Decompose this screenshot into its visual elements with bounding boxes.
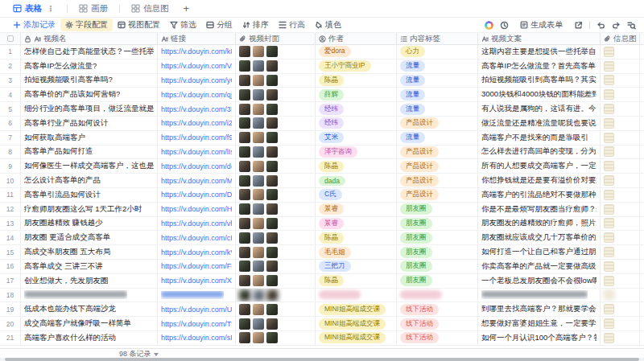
video-cover-thumbnail[interactable] xyxy=(253,104,264,115)
info-image-cell[interactable] xyxy=(601,159,640,173)
info-image-thumbnail[interactable] xyxy=(604,47,614,57)
link-cell[interactable]: https://v.douyin.com/sF... xyxy=(158,331,236,345)
view-tab-infographic[interactable]: 信息图 xyxy=(125,0,175,18)
video-cover-cell[interactable] xyxy=(236,274,316,288)
table-row[interactable]: 20 成交高端客户就像呼吸一样简单 https://v.douyin.com/T… xyxy=(0,317,644,331)
video-copy-cell[interactable]: 你是不是最烦写朋友圈当疗愈师？最让你崩... xyxy=(478,203,601,216)
column-header-video-copy[interactable]: 视频文案 xyxy=(478,33,601,44)
info-image-thumbnail[interactable] xyxy=(604,146,614,157)
row-number-cell[interactable]: 7 xyxy=(0,131,21,145)
link-cell[interactable]: https://v.douyin.com/kV... xyxy=(158,245,236,259)
video-cover-thumbnail[interactable] xyxy=(253,132,264,143)
video-cover-cell[interactable] xyxy=(236,231,316,244)
video-cover-cell[interactable] xyxy=(236,74,316,88)
row-number-cell[interactable]: 17 xyxy=(0,274,21,288)
video-cover-thumbnail[interactable] xyxy=(239,117,250,129)
author-cell[interactable]: 三把刀 xyxy=(316,260,397,273)
content-tag-cell[interactable]: 朋友圈 xyxy=(397,231,478,244)
info-image-cell[interactable] xyxy=(601,174,640,187)
video-link[interactable]: https://v.douyin.com/f9... xyxy=(161,133,232,142)
video-cover-thumbnail[interactable] xyxy=(266,247,278,258)
content-tag-cell[interactable]: 流量 xyxy=(397,88,478,101)
video-copy-cell[interactable]: 到哪里去找高端客户？那就要学会做沙龙活... xyxy=(478,302,601,316)
video-cover-thumbnail[interactable] xyxy=(266,289,278,301)
info-image-cell[interactable] xyxy=(601,317,640,330)
video-copy-cell[interactable]: 你想挣钱就是还是要有溢价价对要意人... xyxy=(478,174,601,187)
row-number-cell[interactable]: 21 xyxy=(0,331,21,345)
content-tag-cell[interactable]: 朋友圈 xyxy=(397,217,478,231)
table-row[interactable]: 12 疗愈师朋友圈这么写 1天工作2小时 https://v.douyin.co… xyxy=(0,203,644,217)
author-cell[interactable]: 陈晶 xyxy=(316,74,397,88)
video-cover-thumbnail[interactable] xyxy=(239,104,250,115)
content-tag-pill[interactable]: 流量 xyxy=(400,75,425,86)
row-number-cell[interactable]: 12 xyxy=(0,203,21,216)
video-cover-thumbnail[interactable] xyxy=(253,289,264,301)
row-number-cell[interactable]: 8 xyxy=(0,146,21,159)
video-cover-cell[interactable] xyxy=(236,331,316,345)
video-cover-thumbnail[interactable] xyxy=(253,117,264,129)
author-pill[interactable]: 景睿 xyxy=(319,218,344,229)
video-cover-cell[interactable] xyxy=(236,203,316,216)
video-link[interactable]: https://v.douyin.com/do... xyxy=(161,162,232,170)
author-cell[interactable]: 薛辉 xyxy=(316,88,397,101)
info-image-cell[interactable] xyxy=(601,203,640,216)
table-row[interactable]: 21 高端客户喜欢什么样的活动 https://v.douyin.com/sF.… xyxy=(0,331,644,346)
video-name-cell[interactable]: 如何像医生一样成交高端客户，这也是我们的... xyxy=(21,159,158,173)
video-cover-cell[interactable] xyxy=(236,260,316,273)
video-name-cell[interactable]: 高客单行业产品如何设计 xyxy=(21,117,158,130)
video-link[interactable]: https://v.douyin.com/lIs... xyxy=(161,148,232,156)
content-tag-cell[interactable]: 线下活动 xyxy=(397,302,478,316)
video-cover-thumbnail[interactable] xyxy=(266,161,278,172)
video-name-cell[interactable]: 高客单成交 三讲三不讲 xyxy=(21,260,158,273)
author-cell[interactable]: 景睿 xyxy=(316,203,397,216)
link-cell[interactable]: https://v.douyin.com/k8... xyxy=(158,45,236,59)
video-copy-cell[interactable]: 高端客户不是找来的而是靠吸引 xyxy=(478,131,601,145)
author-pill[interactable]: 爱dora xyxy=(319,46,351,57)
video-cover-thumbnail[interactable] xyxy=(266,89,278,101)
author-cell[interactable]: 泽宇咨询 xyxy=(316,146,397,159)
table-row[interactable]: 11 高客单引流品如何设计 https://v.douyin.com/Dq...… xyxy=(0,188,644,203)
link-cell[interactable]: https://v.douyin.com/qj... xyxy=(158,88,236,101)
video-cover-thumbnail[interactable] xyxy=(239,260,250,272)
author-cell[interactable] xyxy=(316,289,397,302)
author-cell[interactable]: 王小宁商业IP xyxy=(316,59,397,73)
author-pill[interactable]: MINI姐高端成交课 xyxy=(319,304,386,315)
row-number-cell[interactable]: 19 xyxy=(0,302,21,316)
content-tag-pill[interactable]: 产品设计 xyxy=(400,161,439,172)
video-cover-cell[interactable] xyxy=(236,174,316,187)
content-tag-pill[interactable]: 朋友圈 xyxy=(400,232,432,244)
column-header-info-image[interactable]: 信息图 xyxy=(601,33,640,44)
video-copy-cell[interactable]: 做泛流量还是精准流量呢我也要说 xyxy=(478,117,601,130)
table-row[interactable]: 16 高客单成交 三讲三不讲 https://v.douyin.com/Fu..… xyxy=(0,260,644,274)
content-tag-pill[interactable]: 产品设计 xyxy=(400,175,439,187)
author-pill[interactable]: 经纬 xyxy=(319,117,344,129)
info-image-cell[interactable] xyxy=(601,302,640,316)
video-copy-cell[interactable]: 如何一个月认识100个高端客户？答案很简... xyxy=(478,331,601,345)
video-cover-thumbnail[interactable] xyxy=(253,260,264,272)
video-copy-cell[interactable]: 拍短视频能吸引到高客单吗？其实短视频想... xyxy=(478,74,601,88)
content-tag-cell[interactable]: 流量 xyxy=(397,59,478,73)
video-cover-thumbnail[interactable] xyxy=(266,275,278,286)
video-cover-thumbnail[interactable] xyxy=(239,175,250,187)
video-cover-thumbnail[interactable] xyxy=(239,332,250,343)
video-name-cell[interactable] xyxy=(21,289,158,302)
info-image-thumbnail[interactable] xyxy=(604,261,614,272)
content-tag-pill[interactable]: 朋友圈 xyxy=(400,247,432,258)
author-pill[interactable]: C氏 xyxy=(319,189,342,200)
video-cover-thumbnail[interactable] xyxy=(266,203,278,215)
link-cell[interactable]: https://v.douyin.com/UP... xyxy=(158,302,236,316)
video-copy-cell[interactable]: 想要做好富婆姐姐生意，一定要学会搞活动... xyxy=(478,317,601,330)
author-pill[interactable]: 艾米 xyxy=(319,132,344,143)
content-tag-cell[interactable]: 朋友圈 xyxy=(397,245,478,259)
video-cover-thumbnail[interactable] xyxy=(239,289,250,301)
share-icon[interactable] xyxy=(574,21,583,30)
column-header-video-cover[interactable]: 视频封面 xyxy=(236,33,316,44)
video-cover-thumbnail[interactable] xyxy=(266,332,278,343)
info-image-thumbnail[interactable] xyxy=(604,118,614,129)
info-image-cell[interactable] xyxy=(601,74,640,88)
video-copy-cell[interactable]: 朋友圈发的越精致的疗愈师，照片越好看，... xyxy=(478,217,601,231)
video-cover-thumbnail[interactable] xyxy=(239,304,250,315)
author-pill[interactable]: 陈晶 xyxy=(319,161,344,172)
info-image-thumbnail[interactable] xyxy=(604,304,614,314)
video-cover-thumbnail[interactable] xyxy=(239,275,250,286)
